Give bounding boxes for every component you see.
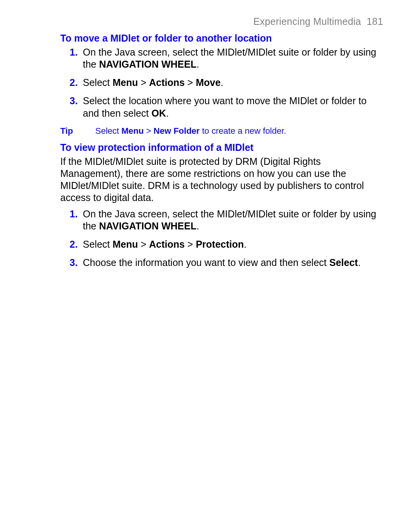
step-bold: Menu — [112, 239, 138, 250]
step-text: Select — [83, 77, 112, 88]
section-heading-move: To move a MIDlet or folder to another lo… — [60, 32, 383, 44]
page: Experiencing Multimedia 181 To move a MI… — [0, 0, 420, 269]
step-bold: NAVIGATION WHEEL — [99, 59, 196, 70]
step-text: > — [138, 239, 149, 250]
step-bold: Select — [329, 257, 358, 268]
step-text: . — [244, 239, 247, 250]
step-text: . — [166, 108, 169, 119]
tip-text: Select Menu > New Folder to create a new… — [95, 126, 286, 136]
section-paragraph: If the MIDlet/MIDlet suite is protected … — [60, 156, 383, 204]
page-header: Experiencing Multimedia 181 — [60, 16, 383, 28]
tip-bold: Menu — [121, 126, 144, 136]
steps-list-protection: On the Java screen, select the MIDlet/MI… — [60, 208, 383, 269]
page-number: 181 — [367, 16, 383, 27]
section-heading-protection: To view protection information of a MIDl… — [60, 142, 383, 154]
step-item: On the Java screen, select the MIDlet/MI… — [83, 46, 383, 71]
tip-label: Tip — [60, 126, 84, 136]
step-bold: Menu — [112, 77, 138, 88]
step-text: . — [196, 220, 199, 231]
step-item: Choose the information you want to view … — [83, 257, 383, 269]
tip-text-part: > — [144, 126, 154, 136]
step-text: > — [185, 77, 196, 88]
step-bold: Protection — [196, 239, 244, 250]
tip-block: Tip Select Menu > New Folder to create a… — [60, 126, 383, 136]
step-bold: Move — [196, 77, 220, 88]
step-text: Choose the information you want to view … — [83, 257, 329, 268]
step-text: . — [220, 77, 223, 88]
steps-list-move: On the Java screen, select the MIDlet/MI… — [60, 46, 383, 119]
step-bold: OK — [152, 108, 166, 119]
step-item: Select Menu > Actions > Move. — [83, 77, 383, 89]
step-text: Select — [83, 239, 112, 250]
step-item: Select Menu > Actions > Protection. — [83, 238, 383, 250]
step-item: On the Java screen, select the MIDlet/MI… — [83, 208, 383, 233]
tip-text-part: to create a new folder. — [200, 126, 286, 136]
step-bold: Actions — [149, 77, 185, 88]
tip-text-part: Select — [95, 126, 121, 136]
step-text: > — [138, 77, 149, 88]
step-bold: NAVIGATION WHEEL — [99, 220, 196, 231]
step-text: Select the location where you want to mo… — [83, 95, 367, 118]
step-text: > — [185, 239, 196, 250]
step-bold: Actions — [149, 239, 185, 250]
chapter-title: Experiencing Multimedia — [253, 16, 361, 27]
step-text: . — [196, 59, 199, 70]
step-item: Select the location where you want to mo… — [83, 95, 383, 119]
step-text: . — [358, 257, 360, 268]
tip-bold: New Folder — [154, 126, 200, 136]
